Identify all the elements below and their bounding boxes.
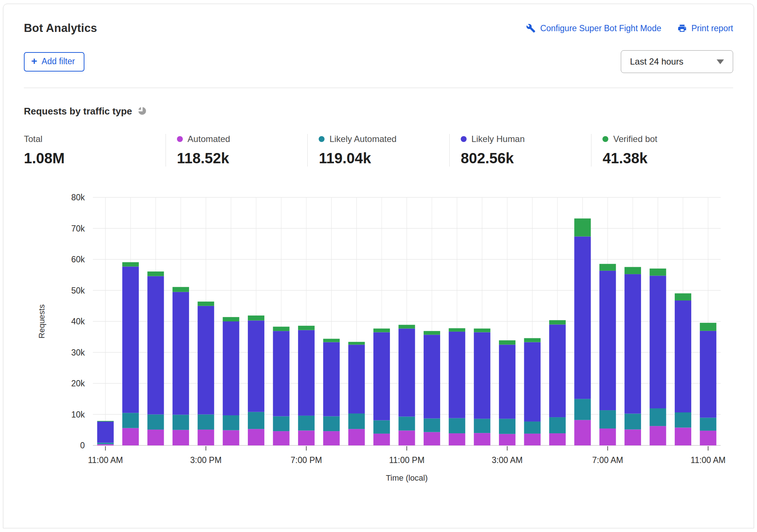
bar-segment-likely-automated (700, 418, 716, 430)
bar-segment-automated (624, 429, 641, 445)
bar-segment-likely-automated (474, 419, 490, 433)
bar-segment-likely-human (524, 342, 541, 422)
x-axis-title: Time (local) (386, 473, 428, 482)
bar-segment-likely-automated (198, 415, 214, 430)
bar-segment-verified-bot (298, 326, 315, 330)
x-tick-label: 7:00 AM (592, 455, 623, 465)
time-range-value: Last 24 hours (630, 57, 683, 67)
bar-segment-verified-bot (499, 340, 515, 345)
configure-link-label: Configure Super Bot Fight Mode (540, 23, 661, 33)
bar-segment-automated (675, 427, 691, 445)
bar-segment-likely-automated (650, 408, 666, 426)
stat-automated: Automated 118.52k (166, 134, 308, 167)
bar-segment-likely-human (148, 276, 164, 415)
bar-segment-likely-automated (600, 410, 616, 429)
bar-segment-likely-human (474, 332, 490, 419)
bar-segment-automated (198, 430, 214, 445)
bar-segment-likely-human (700, 331, 716, 418)
stat-verified-bot: Verified bot 41.38k (591, 134, 733, 167)
bar-segment-likely-automated (449, 418, 465, 433)
bar-segment-verified-bot (223, 317, 239, 321)
bar-segment-verified-bot (122, 262, 139, 267)
bar-segment-automated (97, 444, 114, 445)
bar-segment-likely-automated (148, 415, 164, 430)
bar-segment-verified-bot (273, 327, 290, 331)
bar-segment-automated (248, 429, 264, 445)
bar-segment-verified-bot (399, 325, 415, 328)
bar-segment-likely-human (248, 320, 264, 412)
y-tick-label: 40k (71, 317, 85, 326)
y-tick-label: 0 (80, 441, 85, 450)
configure-super-bot-fight-mode-link[interactable]: Configure Super Bot Fight Mode (526, 23, 661, 33)
stats-row: Total 1.08M Automated 118.52k Likely Aut… (24, 134, 733, 167)
stat-verified-bot-value: 41.38k (602, 150, 726, 167)
y-tick-label: 30k (71, 348, 85, 357)
bar-segment-likely-automated (173, 415, 189, 430)
bar-segment-verified-bot (373, 328, 390, 332)
bar-segment-automated (348, 429, 365, 445)
bar-segment-automated (574, 420, 591, 445)
printer-icon (677, 23, 687, 33)
bar-segment-likely-human (223, 321, 239, 415)
bar-segment-verified-bot (148, 272, 164, 276)
bar-segment-likely-human (600, 271, 616, 410)
bar-segment-automated (223, 430, 239, 445)
stat-likely-human-value: 802.56k (461, 150, 584, 167)
section-title: Requests by traffic type (24, 106, 132, 117)
automated-dot-icon (177, 136, 183, 142)
bar-segment-verified-bot (424, 331, 440, 335)
print-report-link[interactable]: Print report (677, 23, 733, 33)
bar-segment-automated (373, 434, 390, 445)
bar-segment-likely-human (624, 274, 641, 413)
traffic-type-section: Requests by traffic type Total 1.08M Aut… (3, 88, 754, 489)
bar-segment-verified-bot (173, 287, 189, 292)
pie-chart-icon (137, 106, 146, 117)
bar-segment-verified-bot (574, 218, 591, 236)
stat-likely-human: Likely Human 802.56k (449, 134, 591, 167)
bar-segment-automated (524, 434, 541, 445)
bar-segment-likely-automated (499, 419, 515, 434)
bar-segment-likely-automated (223, 415, 239, 430)
bar-segment-likely-human (675, 300, 691, 412)
bar-segment-likely-human (273, 331, 290, 416)
bar-segment-likely-human (549, 324, 566, 417)
stat-verified-bot-label: Verified bot (613, 134, 657, 144)
bar-segment-verified-bot (524, 338, 541, 342)
bar-segment-likely-automated (675, 412, 691, 427)
bar-segment-verified-bot (449, 328, 465, 332)
bar-segment-likely-human (198, 306, 214, 415)
bar-segment-automated (298, 430, 315, 445)
bar-segment-likely-human (650, 276, 666, 408)
y-axis-title: Requests (37, 305, 46, 339)
add-filter-button[interactable]: + Add filter (24, 52, 84, 72)
bar-segment-likely-automated (424, 418, 440, 432)
bar-segment-likely-automated (549, 417, 566, 433)
stat-total: Total 1.08M (24, 134, 166, 167)
bar-segment-likely-human (574, 236, 591, 399)
bar-segment-automated (273, 431, 290, 445)
bar-segment-likely-automated (273, 416, 290, 431)
bar-segment-likely-human (173, 292, 189, 415)
likely-automated-dot-icon (319, 136, 325, 142)
bar-segment-verified-bot (675, 294, 691, 300)
bar-segment-likely-human (97, 422, 114, 442)
bar-segment-automated (600, 429, 616, 445)
bar-segment-likely-human (424, 335, 440, 418)
bar-segment-verified-bot (248, 316, 264, 321)
bar-segment-likely-human (449, 332, 465, 418)
stat-automated-label: Automated (188, 134, 230, 144)
bot-analytics-card: Bot Analytics Configure Super Bot Fight … (3, 4, 754, 528)
bar-segment-verified-bot (323, 339, 340, 342)
stat-likely-automated: Likely Automated 119.04k (307, 134, 449, 167)
y-tick-label: 80k (71, 193, 85, 202)
bar-segment-automated (424, 432, 440, 445)
bar-segment-verified-bot (348, 342, 365, 345)
time-range-select[interactable]: Last 24 hours (621, 50, 733, 73)
bar-segment-automated (549, 433, 566, 445)
y-tick-label: 60k (71, 255, 85, 264)
add-filter-label: Add filter (41, 57, 75, 66)
bar-segment-likely-automated (574, 399, 591, 420)
traffic-chart: 010k20k30k40k50k60k70k80k11:00 AM3:00 PM… (30, 190, 728, 487)
print-link-label: Print report (691, 23, 733, 33)
bar-segment-likely-automated (348, 413, 365, 429)
